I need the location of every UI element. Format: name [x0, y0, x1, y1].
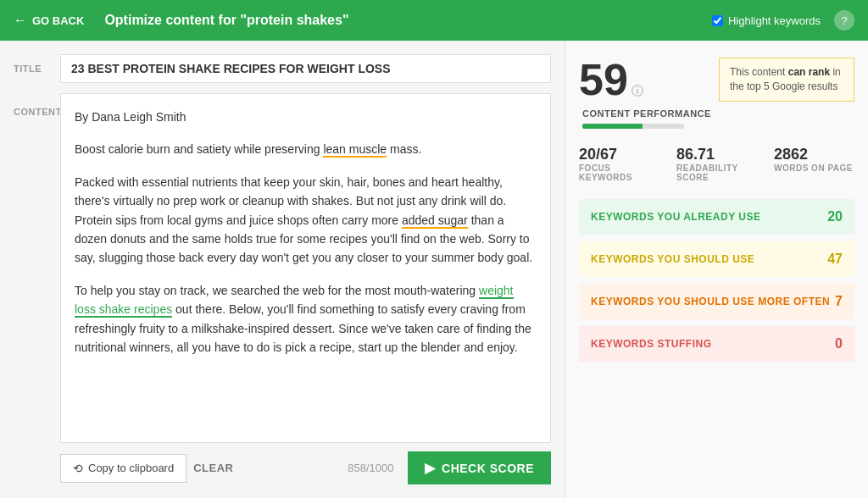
highlight-lean-muscle: lean muscle — [323, 142, 387, 158]
highlight-keywords-toggle[interactable]: Highlight keywords — [712, 14, 821, 27]
metric-focus-keywords: 20/67 FOCUS KEYWORDS — [579, 146, 659, 182]
kw-should-more-label: KEYWORDS YOU SHOULD USE MORE OFTEN — [591, 296, 835, 307]
kw-already-use[interactable]: KEYWORDS YOU ALREADY USE 20 — [579, 199, 854, 235]
score-bar — [582, 124, 684, 129]
content-row: CONTENT By Dana Leigh Smith Boost calori… — [14, 93, 551, 443]
metric-focus-value: 20/67 — [579, 146, 659, 163]
check-score-label: CHECK SCORE — [442, 462, 534, 475]
highlight-weight-loss: weight loss shake recipes — [75, 284, 514, 318]
editor-footer: ⟲ Copy to clipboard CLEAR 858/1000 ▶ CHE… — [14, 443, 551, 484]
page-title: Optimize content for "protein shakes" — [104, 13, 712, 28]
kw-stuffing-count: 0 — [835, 336, 843, 351]
go-back-label: GO BACK — [32, 14, 84, 27]
kw-should-count: 47 — [827, 252, 843, 267]
kw-should-label: KEYWORDS YOU SHOULD USE — [591, 253, 827, 265]
go-back-button[interactable]: ← GO BACK — [14, 13, 84, 28]
content-para-4: To help you stay on track, we searched t… — [75, 281, 537, 357]
metric-readability: 86.71 READABILITY SCORE — [676, 146, 757, 182]
header: ← GO BACK Optimize content for "protein … — [0, 0, 868, 41]
content-para-2: Boost calorie burn and satiety while pre… — [75, 140, 537, 158]
title-prefix: Optimize content for — [104, 13, 240, 27]
main-area: TITLE CONTENT By Dana Leigh Smith Boost … — [0, 41, 868, 498]
metric-focus-label: FOCUS KEYWORDS — [579, 163, 659, 182]
back-arrow-icon: ← — [14, 13, 27, 28]
copy-icon: ⟲ — [73, 462, 83, 475]
highlight-label: Highlight keywords — [728, 14, 821, 27]
right-panel: 59 ⓘ CONTENT PERFORMANCE This content ca… — [565, 41, 868, 498]
word-count: 858/1000 — [233, 462, 393, 474]
kw-should-more-count: 7 — [835, 294, 843, 309]
content-editor[interactable]: By Dana Leigh Smith Boost calorie burn a… — [60, 93, 551, 443]
score-info-icon: ⓘ — [632, 84, 643, 99]
metric-words-label: WORDS ON PAGE — [774, 163, 854, 173]
editor-panel: TITLE CONTENT By Dana Leigh Smith Boost … — [0, 41, 565, 498]
kw-stuffing[interactable]: KEYWORDS STUFFING 0 — [579, 326, 854, 362]
highlight-added-sugar: added sugar — [402, 213, 468, 229]
highlight-checkbox[interactable] — [712, 15, 723, 26]
content-label: CONTENT — [14, 93, 60, 443]
rank-text-part1: This content — [730, 66, 788, 78]
kw-stuffing-label: KEYWORDS STUFFING — [591, 338, 835, 350]
metrics-row: 20/67 FOCUS KEYWORDS 86.71 READABILITY S… — [579, 146, 854, 182]
help-button[interactable]: ? — [834, 10, 854, 30]
kw-should-use[interactable]: KEYWORDS YOU SHOULD USE 47 — [579, 241, 854, 277]
rank-text-bold: can rank — [788, 66, 830, 78]
check-icon: ▶ — [425, 460, 436, 476]
metric-words-value: 2862 — [774, 146, 854, 163]
clear-button[interactable]: CLEAR — [193, 462, 233, 474]
content-para-1: By Dana Leigh Smith — [75, 108, 537, 126]
content-para-3: Packed with essential nutrients that kee… — [75, 173, 537, 268]
kw-already-count: 20 — [827, 209, 843, 224]
kw-should-more[interactable]: KEYWORDS YOU SHOULD USE MORE OFTEN 7 — [579, 284, 854, 319]
copy-button[interactable]: ⟲ Copy to clipboard — [60, 454, 186, 483]
title-input[interactable] — [60, 54, 551, 83]
kw-already-label: KEYWORDS YOU ALREADY USE — [591, 211, 827, 223]
title-label: TITLE — [14, 64, 60, 74]
check-score-button[interactable]: ▶ CHECK SCORE — [408, 451, 551, 484]
rank-badge: This content can rank in the top 5 Googl… — [719, 58, 854, 102]
copy-button-label: Copy to clipboard — [88, 462, 174, 474]
metric-readability-label: READABILITY SCORE — [676, 163, 757, 182]
title-row: TITLE — [14, 54, 551, 83]
score-number: 59 — [579, 58, 628, 102]
metric-readability-value: 86.71 — [676, 146, 757, 163]
score-section: 59 ⓘ CONTENT PERFORMANCE This content ca… — [579, 58, 854, 129]
score-label: CONTENT PERFORMANCE — [582, 108, 711, 119]
metric-words: 2862 WORDS ON PAGE — [774, 146, 854, 182]
title-keyword: "protein shakes" — [240, 13, 348, 27]
